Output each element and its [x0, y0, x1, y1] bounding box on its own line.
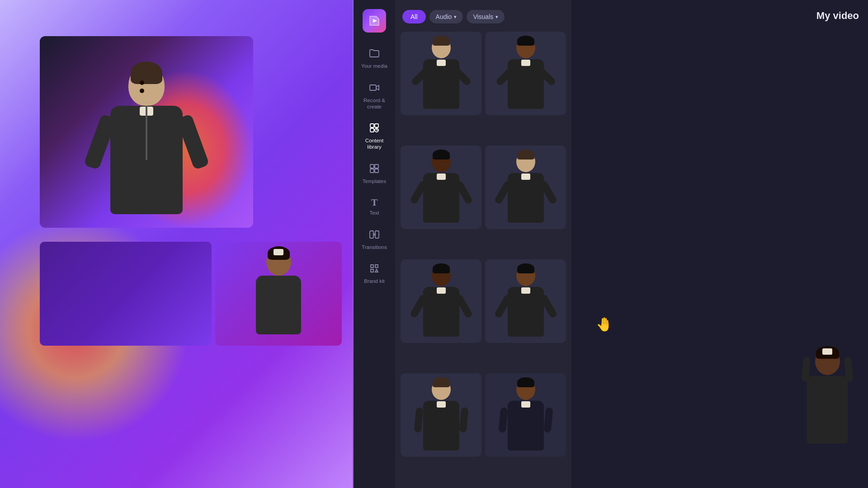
card-shirt-5 — [437, 287, 446, 294]
card-hair-2 — [517, 36, 534, 46]
right-panel-title: My video — [580, 10, 859, 22]
avatar-figure-6 — [503, 265, 548, 338]
video-bottom-left-panel — [40, 242, 212, 346]
card-shirt-8 — [521, 401, 530, 408]
card-arm-right-5 — [454, 293, 473, 319]
card-body-5 — [423, 287, 459, 337]
svg-rect-4 — [370, 128, 374, 132]
filter-visuals-button[interactable]: Visuals ▾ — [467, 10, 505, 23]
card-hair-8 — [517, 377, 534, 387]
avatar-card-5[interactable] — [401, 259, 481, 343]
card-arms-5 — [415, 294, 467, 319]
avatar-face — [135, 79, 158, 97]
card-shirt-7 — [437, 401, 446, 408]
card-shirt-4 — [521, 174, 530, 180]
card-shirt-2 — [521, 60, 530, 66]
avatar-card-6[interactable] — [485, 259, 566, 343]
card-shirt-6 — [521, 287, 530, 294]
sidebar-item-content-library[interactable]: Contentlibrary — [354, 116, 395, 157]
folder-icon — [369, 48, 380, 61]
card-arm-right-1 — [449, 64, 472, 86]
sidebar-item-record-create[interactable]: Record &create — [354, 76, 395, 117]
avatar-figure-2 — [503, 38, 548, 110]
avatar-head — [128, 65, 165, 106]
text-icon: T — [371, 197, 378, 207]
avatar-figure-1 — [419, 38, 464, 110]
card-arms-7 — [415, 408, 467, 432]
content-library-icon — [369, 122, 380, 135]
sidebar-label-record-create: Record &create — [363, 98, 385, 110]
card-arms-6 — [500, 294, 552, 319]
sidebar-item-your-media[interactable]: Your media — [354, 42, 395, 76]
card-arm-right-3 — [454, 179, 473, 205]
avatar-card-3[interactable] — [401, 145, 481, 229]
avatar-panel: All Audio ▾ Visuals ▾ — [395, 0, 571, 488]
avatar-card-7[interactable] — [401, 373, 481, 457]
card-arms-3 — [415, 180, 467, 205]
filter-all-button[interactable]: All — [402, 10, 426, 23]
card-head-3 — [432, 151, 451, 172]
card-body-8 — [508, 401, 544, 450]
sidebar-label-templates: Templates — [363, 178, 386, 185]
avatar-small — [247, 249, 310, 339]
canvas-area — [0, 0, 353, 488]
card-body-3 — [423, 173, 459, 223]
sidebar-item-brand-kit[interactable]: Brand kit — [354, 257, 395, 291]
avatar-body — [110, 106, 183, 214]
logo-icon — [368, 14, 381, 27]
avatar-figure-3 — [419, 151, 464, 224]
visuals-chevron-icon: ▾ — [495, 14, 498, 20]
card-head-8 — [516, 379, 535, 400]
card-arm-right-7 — [459, 407, 468, 432]
card-arm-left-5 — [409, 293, 428, 319]
templates-icon — [369, 163, 380, 176]
visuals-label: Visuals — [473, 13, 493, 20]
card-arms-1 — [415, 66, 467, 91]
panel-header: All Audio ▾ Visuals ▾ — [395, 0, 571, 32]
card-hair-4 — [517, 150, 534, 160]
card-body-6 — [508, 287, 544, 337]
filter-audio-button[interactable]: Audio ▾ — [429, 10, 463, 23]
card-arm-left-2 — [495, 64, 517, 86]
card-arms-2 — [500, 66, 552, 91]
card-arm-left-7 — [414, 407, 423, 432]
avatar-eye-right — [140, 89, 144, 93]
card-arm-left-6 — [494, 293, 512, 319]
sidebar-item-templates[interactable]: Templates — [354, 157, 395, 191]
card-arm-right-2 — [533, 64, 556, 86]
right-panel: My video — [571, 0, 868, 488]
sidebar-label-your-media: Your media — [361, 63, 387, 70]
avatar-card-2[interactable] — [485, 32, 566, 115]
sidebar-item-transitions[interactable]: Transitions — [354, 223, 395, 257]
card-hair-3 — [433, 150, 450, 160]
avatar-card-8[interactable] — [485, 373, 566, 457]
card-hair-7 — [433, 377, 450, 387]
transitions-icon — [369, 229, 380, 242]
sidebar-item-text[interactable]: T Text — [354, 191, 395, 223]
card-head-5 — [432, 265, 451, 286]
avatar-card-1[interactable] — [401, 32, 481, 115]
avatar-figure-5 — [419, 265, 464, 338]
svg-rect-8 — [370, 169, 374, 173]
svg-rect-6 — [370, 164, 374, 168]
card-body-2 — [508, 59, 544, 109]
sidebar: Your media Record &create Contentlibrary — [354, 0, 395, 488]
avatar-card-4[interactable] — [485, 145, 566, 229]
card-hair-6 — [517, 263, 534, 273]
arm-right — [176, 114, 210, 170]
card-arms-8 — [500, 408, 552, 432]
arm-left — [84, 114, 117, 170]
card-shirt-1 — [437, 60, 446, 66]
card-arm-left-8 — [498, 407, 508, 432]
card-body-1 — [423, 59, 459, 109]
card-head-1 — [432, 38, 451, 58]
app-logo[interactable] — [363, 9, 386, 33]
sidebar-label-text: Text — [369, 210, 379, 216]
card-shirt-3 — [437, 174, 446, 180]
card-arm-right-6 — [539, 293, 557, 319]
sidebar-label-content-library: Contentlibrary — [365, 138, 383, 150]
video-top-panel — [40, 36, 253, 228]
sidebar-label-brand-kit: Brand kit — [364, 278, 384, 285]
card-body-4 — [508, 173, 544, 223]
card-hair-1 — [433, 36, 450, 46]
